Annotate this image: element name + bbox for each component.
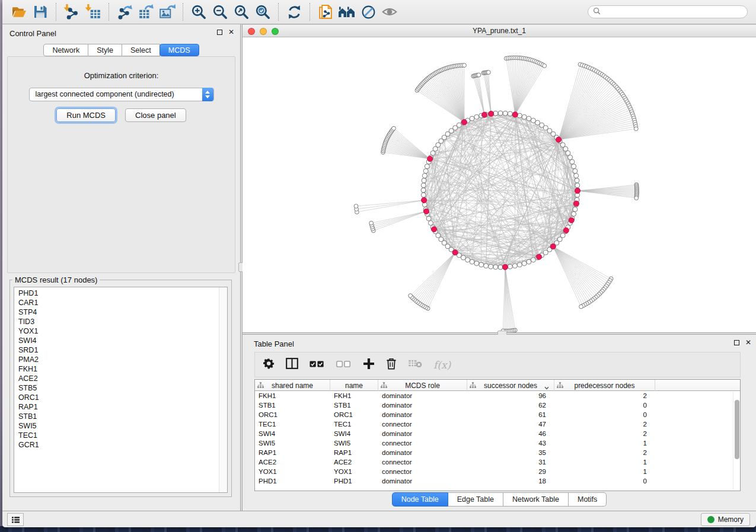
table-cell[interactable]: 2 [554, 429, 655, 438]
table-row[interactable]: TEC1TEC1connector472 [255, 419, 740, 429]
table-row[interactable]: STB1STB1dominator620 [255, 400, 740, 410]
mcds-hub-node[interactable] [573, 201, 579, 206]
mcds-hub-node[interactable] [556, 137, 562, 142]
tab-network-table[interactable]: Network Table [503, 492, 569, 507]
table-cell[interactable]: YOX1 [330, 467, 378, 476]
table-cell[interactable]: FKH1 [255, 391, 330, 400]
mcds-result-listbox[interactable]: PHD1CAR1STP4TID3YOX1SWI4SRD1PMA2FKH1ACE2… [14, 287, 228, 493]
zoom-out-icon[interactable] [209, 2, 231, 22]
table-cell[interactable]: SWI4 [255, 429, 330, 438]
table-row[interactable]: PHD1PHD1dominator180 [255, 476, 740, 486]
show-graphics-icon[interactable] [379, 2, 400, 22]
search-input[interactable] [604, 8, 742, 16]
table-cell[interactable]: PHD1 [255, 476, 330, 486]
mcds-result-item[interactable]: PHD1 [18, 289, 227, 298]
show-panels-button[interactable] [7, 513, 24, 526]
open-file-icon[interactable] [8, 2, 30, 22]
column-header-shared-name[interactable]: shared name [255, 380, 330, 391]
table-scrollbar-thumb[interactable] [735, 400, 739, 459]
table-cell[interactable]: ACE2 [255, 457, 330, 467]
run-mcds-button[interactable]: Run MCDS [56, 108, 116, 122]
table-cell[interactable]: 1 [554, 438, 655, 448]
mcds-result-item[interactable]: SWI5 [18, 421, 227, 431]
mcds-hub-node[interactable] [461, 120, 467, 125]
table-cell[interactable]: ORC1 [255, 410, 330, 419]
window-close-icon[interactable] [248, 28, 255, 35]
table-row[interactable]: FKH1FKH1dominator962 [255, 391, 740, 400]
mcds-result-item[interactable]: PMA2 [18, 355, 227, 364]
table-cell[interactable]: 46 [467, 429, 554, 438]
table-cell[interactable]: dominator [378, 476, 467, 486]
close-panel-button[interactable]: Close panel [125, 108, 186, 122]
zoom-selected-icon[interactable] [252, 2, 273, 22]
table-cell[interactable]: YOX1 [255, 467, 330, 476]
mcds-hub-node[interactable] [452, 250, 458, 255]
gear-icon[interactable] [263, 358, 275, 371]
table-cell[interactable]: STB1 [330, 400, 378, 410]
hide-graphics-icon[interactable] [358, 2, 379, 22]
tab-network[interactable]: Network [43, 44, 88, 56]
mcds-hub-node[interactable] [563, 227, 569, 233]
table-cell[interactable]: ORC1 [330, 410, 378, 419]
mcds-hub-node[interactable] [575, 188, 580, 194]
mcds-result-item[interactable]: STB5 [18, 383, 227, 393]
table-cell[interactable]: 0 [554, 476, 655, 486]
table-cell[interactable]: SWI5 [255, 438, 330, 448]
mcds-hub-node[interactable] [422, 197, 427, 203]
table-cell[interactable]: 62 [467, 400, 554, 410]
network-window-titlebar[interactable]: YPA_prune.txt_1 [243, 24, 756, 37]
table-cell[interactable]: dominator [378, 410, 467, 419]
select-all-icon[interactable] [310, 360, 325, 370]
mcds-hub-node[interactable] [536, 254, 541, 259]
table-cell[interactable]: FKH1 [330, 391, 378, 400]
table-cell[interactable]: 2 [554, 391, 655, 400]
table-cell[interactable]: connector [378, 467, 467, 476]
table-cell[interactable]: 31 [467, 457, 554, 467]
table-cell[interactable]: ACE2 [330, 457, 378, 467]
mcds-result-item[interactable]: FKH1 [18, 364, 227, 374]
mcds-result-item[interactable]: RAP1 [18, 402, 227, 412]
mcds-hub-node[interactable] [502, 264, 508, 270]
mcds-result-item[interactable]: SWI4 [18, 336, 227, 345]
mcds-hub-node[interactable] [569, 217, 574, 223]
delete-column-icon[interactable] [386, 358, 397, 372]
table-cell[interactable]: dominator [378, 391, 467, 400]
mcds-hub-node[interactable] [512, 112, 518, 117]
zoom-in-icon[interactable] [188, 2, 209, 22]
table-cell[interactable]: SWI4 [330, 429, 378, 438]
table-cell[interactable]: 0 [554, 410, 655, 419]
add-column-icon[interactable] [363, 358, 375, 372]
mcds-result-item[interactable]: CAR1 [18, 298, 227, 307]
table-row[interactable]: YOX1YOX1connector291 [255, 467, 740, 476]
tab-style[interactable]: Style [88, 44, 122, 56]
network-document-icon[interactable] [315, 2, 336, 22]
table-cell[interactable]: dominator [378, 429, 467, 438]
table-cell[interactable]: 2 [554, 448, 655, 457]
mcds-hub-node[interactable] [489, 111, 494, 116]
mcds-result-item[interactable]: GCR1 [18, 440, 227, 450]
table-cell[interactable]: connector [378, 438, 467, 448]
zoom-fit-icon[interactable] [231, 2, 252, 22]
float-panel-icon[interactable] [734, 340, 739, 345]
column-header-successor-nodes[interactable]: successor nodes [467, 380, 554, 391]
import-network-icon[interactable] [61, 2, 82, 22]
column-header-name[interactable]: name [330, 380, 378, 391]
memory-button[interactable]: Memory [701, 513, 750, 526]
table-cell[interactable]: 0 [554, 400, 655, 410]
column-header-mcds-role[interactable]: MCDS role [378, 380, 467, 391]
table-row[interactable]: ACE2ACE2connector311 [255, 457, 740, 467]
deselect-all-icon[interactable] [336, 360, 352, 370]
table-row[interactable]: SWI4SWI4dominator462 [255, 429, 740, 438]
table-cell[interactable]: STB1 [255, 400, 330, 410]
close-panel-icon[interactable]: ✕ [228, 29, 234, 35]
tab-edge-table[interactable]: Edge Table [448, 492, 503, 507]
table-cell[interactable]: 1 [554, 457, 655, 467]
split-view-icon[interactable] [286, 358, 298, 371]
table-cell[interactable]: dominator [378, 448, 467, 457]
table-scrollbar[interactable] [733, 392, 739, 490]
table-row[interactable]: RAP1RAP1dominator352 [255, 448, 740, 457]
mcds-result-scrollbar[interactable] [219, 287, 227, 492]
window-minimize-icon[interactable] [260, 28, 267, 35]
tab-node-table[interactable]: Node Table [392, 492, 448, 507]
table-row[interactable]: ORC1ORC1dominator610 [255, 410, 740, 419]
